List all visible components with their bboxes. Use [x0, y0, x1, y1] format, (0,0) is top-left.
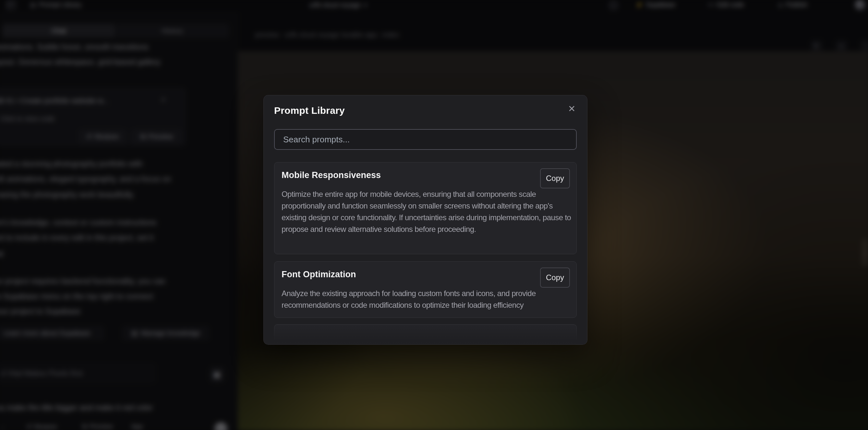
close-icon[interactable]: ✕ — [568, 104, 576, 114]
modal-bottom-fade — [264, 325, 587, 344]
copy-button[interactable]: Copy — [540, 268, 570, 288]
prompt-description: Optimize the entire app for mobile devic… — [282, 188, 575, 235]
screen: ▤ Prompt Library urfb cloud voyage ▾ ⚡ S… — [0, 0, 868, 430]
search-prompts-input[interactable] — [274, 129, 577, 150]
prompt-title: Font Optimization — [282, 270, 356, 279]
prompt-library-modal: Prompt Library ✕ Mobile Responsiveness C… — [264, 95, 587, 344]
modal-title: Prompt Library — [274, 105, 345, 116]
prompt-description: Analyze the existing approach for loadin… — [282, 288, 575, 311]
prompt-card-mobile-responsiveness[interactable]: Mobile Responsiveness Copy Optimize the … — [274, 162, 577, 254]
prompt-title: Mobile Responsiveness — [282, 170, 381, 180]
prompt-card-font-optimization[interactable]: Font Optimization Copy Analyze the exist… — [274, 262, 577, 318]
copy-button[interactable]: Copy — [540, 168, 570, 188]
